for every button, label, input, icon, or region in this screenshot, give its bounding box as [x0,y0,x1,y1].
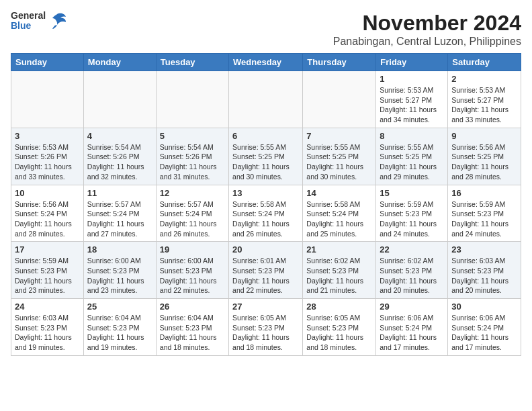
weekday-header-friday: Friday [376,54,448,71]
calendar-cell: 23Sunrise: 6:03 AM Sunset: 5:23 PM Dayli… [448,242,521,299]
calendar-cell [11,71,84,128]
calendar-cell: 25Sunrise: 6:04 AM Sunset: 5:23 PM Dayli… [83,299,156,356]
page-header: General Blue November 2024 Panabingan, C… [11,11,521,48]
calendar-cell [83,71,156,128]
calendar-cell: 2Sunrise: 5:53 AM Sunset: 5:27 PM Daylig… [448,71,521,128]
day-number: 27 [232,302,299,312]
calendar-cell: 13Sunrise: 5:58 AM Sunset: 5:24 PM Dayli… [229,185,303,242]
calendar-cell: 19Sunrise: 6:00 AM Sunset: 5:23 PM Dayli… [156,242,228,299]
calendar-cell: 22Sunrise: 6:02 AM Sunset: 5:23 PM Dayli… [376,242,448,299]
day-number: 8 [380,131,444,141]
day-number: 13 [232,188,299,198]
day-info: Sunrise: 5:54 AM Sunset: 5:26 PM Dayligh… [160,142,225,182]
day-info: Sunrise: 5:57 AM Sunset: 5:24 PM Dayligh… [160,199,225,239]
day-info: Sunrise: 5:54 AM Sunset: 5:26 PM Dayligh… [87,142,152,182]
logo-general: General [11,11,46,21]
calendar-row: 17Sunrise: 5:59 AM Sunset: 5:23 PM Dayli… [11,242,521,299]
day-info: Sunrise: 5:59 AM Sunset: 5:23 PM Dayligh… [15,256,80,295]
calendar-cell: 11Sunrise: 5:57 AM Sunset: 5:24 PM Dayli… [83,185,156,242]
day-info: Sunrise: 5:55 AM Sunset: 5:25 PM Dayligh… [306,142,372,182]
calendar-cell: 28Sunrise: 6:05 AM Sunset: 5:23 PM Dayli… [303,299,376,356]
day-number: 24 [15,302,80,312]
day-number: 25 [87,302,152,312]
day-info: Sunrise: 6:06 AM Sunset: 5:24 PM Dayligh… [380,313,444,353]
day-number: 3 [15,131,80,141]
day-number: 4 [87,131,152,141]
calendar-cell [229,71,303,128]
day-info: Sunrise: 5:55 AM Sunset: 5:25 PM Dayligh… [232,142,299,182]
day-info: Sunrise: 6:06 AM Sunset: 5:24 PM Dayligh… [451,313,517,353]
calendar-cell: 16Sunrise: 5:59 AM Sunset: 5:23 PM Dayli… [448,185,521,242]
calendar-table: SundayMondayTuesdayWednesdayThursdayFrid… [11,53,521,356]
day-number: 9 [451,131,517,141]
weekday-header-sunday: Sunday [11,54,84,71]
day-number: 11 [87,188,152,198]
day-info: Sunrise: 5:57 AM Sunset: 5:24 PM Dayligh… [87,199,152,239]
page-title: November 2024 [333,11,521,36]
calendar-cell: 27Sunrise: 6:05 AM Sunset: 5:23 PM Dayli… [229,299,303,356]
day-number: 7 [306,131,372,141]
weekday-header-monday: Monday [83,54,156,71]
calendar-cell: 5Sunrise: 5:54 AM Sunset: 5:26 PM Daylig… [156,128,228,185]
day-number: 26 [160,302,225,312]
calendar-cell: 9Sunrise: 5:56 AM Sunset: 5:25 PM Daylig… [448,128,521,185]
calendar-cell: 20Sunrise: 6:01 AM Sunset: 5:23 PM Dayli… [229,242,303,299]
day-info: Sunrise: 5:59 AM Sunset: 5:23 PM Dayligh… [380,199,444,239]
day-number: 29 [380,302,444,312]
day-number: 1 [380,74,444,84]
day-number: 21 [306,244,372,255]
day-number: 15 [380,188,444,198]
weekday-header-saturday: Saturday [448,54,521,71]
day-info: Sunrise: 5:53 AM Sunset: 5:27 PM Dayligh… [380,85,444,125]
calendar-row: 3Sunrise: 5:53 AM Sunset: 5:26 PM Daylig… [11,128,521,185]
calendar-cell: 26Sunrise: 6:04 AM Sunset: 5:23 PM Dayli… [156,299,228,356]
calendar-cell: 21Sunrise: 6:02 AM Sunset: 5:23 PM Dayli… [303,242,376,299]
day-number: 10 [15,188,80,198]
day-number: 5 [160,131,225,141]
calendar-cell: 17Sunrise: 5:59 AM Sunset: 5:23 PM Dayli… [11,242,84,299]
calendar-cell: 24Sunrise: 6:03 AM Sunset: 5:23 PM Dayli… [11,299,84,356]
weekday-header-thursday: Thursday [303,54,376,71]
day-number: 2 [451,74,517,84]
day-number: 17 [15,244,80,255]
calendar-row: 24Sunrise: 6:03 AM Sunset: 5:23 PM Dayli… [11,299,521,356]
logo: General Blue [11,11,67,32]
calendar-cell: 18Sunrise: 6:00 AM Sunset: 5:23 PM Dayli… [83,242,156,299]
day-number: 23 [451,244,517,255]
day-info: Sunrise: 6:00 AM Sunset: 5:23 PM Dayligh… [160,256,225,295]
calendar-cell: 29Sunrise: 6:06 AM Sunset: 5:24 PM Dayli… [376,299,448,356]
day-number: 18 [87,244,152,255]
weekday-header-wednesday: Wednesday [229,54,303,71]
day-number: 16 [451,188,517,198]
day-number: 22 [380,244,444,255]
calendar-cell: 3Sunrise: 5:53 AM Sunset: 5:26 PM Daylig… [11,128,84,185]
calendar-row: 10Sunrise: 5:56 AM Sunset: 5:24 PM Dayli… [11,185,521,242]
day-number: 20 [232,244,299,255]
calendar-row: 1Sunrise: 5:53 AM Sunset: 5:27 PM Daylig… [11,71,521,128]
calendar-cell: 8Sunrise: 5:55 AM Sunset: 5:25 PM Daylig… [376,128,448,185]
day-info: Sunrise: 6:04 AM Sunset: 5:23 PM Dayligh… [87,313,152,353]
page-subtitle: Panabingan, Central Luzon, Philippines [333,36,521,48]
weekday-header-tuesday: Tuesday [156,54,228,71]
day-info: Sunrise: 5:55 AM Sunset: 5:25 PM Dayligh… [380,142,444,182]
calendar-cell: 6Sunrise: 5:55 AM Sunset: 5:25 PM Daylig… [229,128,303,185]
calendar-cell [156,71,228,128]
day-info: Sunrise: 5:56 AM Sunset: 5:25 PM Dayligh… [451,142,517,182]
day-number: 19 [160,244,225,255]
calendar-cell: 30Sunrise: 6:06 AM Sunset: 5:24 PM Dayli… [448,299,521,356]
day-info: Sunrise: 6:02 AM Sunset: 5:23 PM Dayligh… [380,256,444,295]
day-info: Sunrise: 5:58 AM Sunset: 5:24 PM Dayligh… [232,199,299,239]
logo-text: General Blue [11,11,46,32]
calendar-cell: 10Sunrise: 5:56 AM Sunset: 5:24 PM Dayli… [11,185,84,242]
day-info: Sunrise: 6:01 AM Sunset: 5:23 PM Dayligh… [232,256,299,295]
day-info: Sunrise: 5:53 AM Sunset: 5:26 PM Dayligh… [15,142,80,182]
day-info: Sunrise: 6:03 AM Sunset: 5:23 PM Dayligh… [15,313,80,353]
calendar-cell [303,71,376,128]
calendar-cell: 14Sunrise: 5:58 AM Sunset: 5:24 PM Dayli… [303,185,376,242]
day-number: 28 [306,302,372,312]
logo-blue: Blue [11,21,46,31]
logo-bird-icon [47,11,67,30]
day-number: 6 [232,131,299,141]
calendar-cell: 7Sunrise: 5:55 AM Sunset: 5:25 PM Daylig… [303,128,376,185]
day-info: Sunrise: 6:04 AM Sunset: 5:23 PM Dayligh… [160,313,225,353]
